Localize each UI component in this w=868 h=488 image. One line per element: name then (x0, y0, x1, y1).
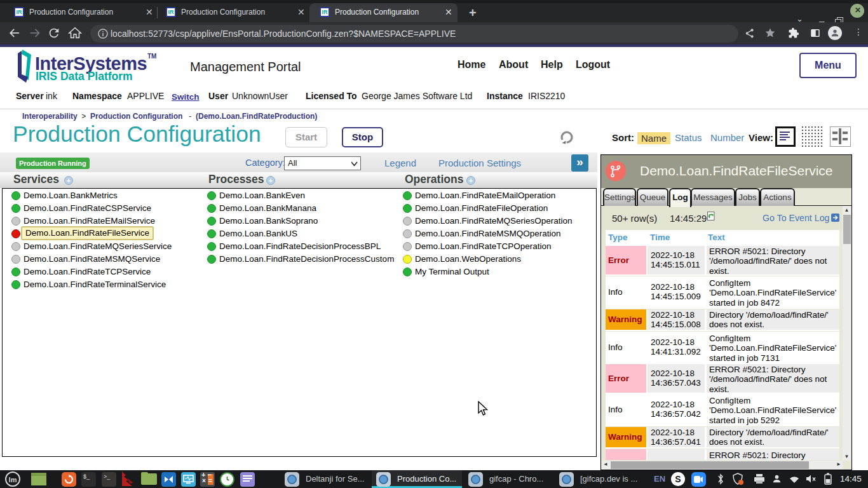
svg-text:TM: TM (147, 53, 156, 60)
svg-text:IRIS Data Platform: IRIS Data Platform (36, 70, 133, 83)
